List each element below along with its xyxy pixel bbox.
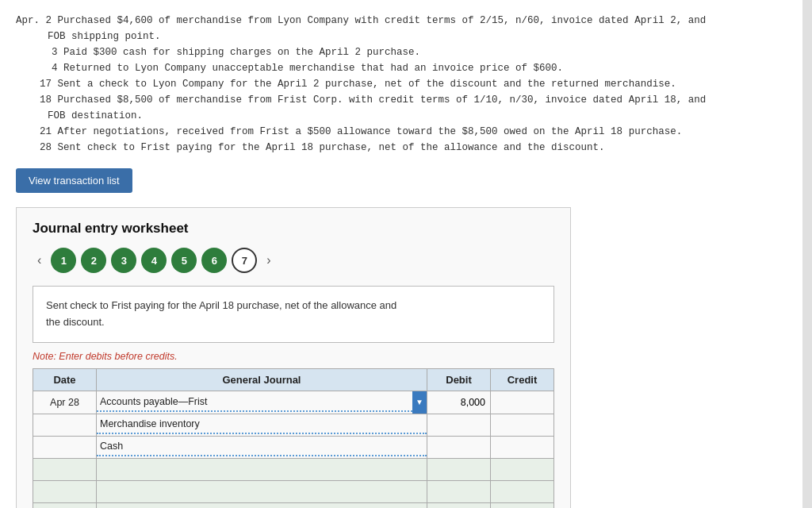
step-button-2[interactable]: 2 <box>81 248 106 273</box>
instruction-line-2: 3 Paid $300 cash for shipping charges on… <box>16 44 796 60</box>
instruction-line-4: 17 Sent a check to Lyon Company for the … <box>16 76 796 92</box>
date-cell-3 <box>33 436 97 458</box>
step-button-1[interactable]: 1 <box>51 248 76 273</box>
view-transaction-list-button[interactable]: View transaction list <box>16 168 132 193</box>
credit-cell-4[interactable] <box>491 458 554 480</box>
journal-cell-2[interactable]: Merchandise inventory <box>97 414 427 436</box>
debit-input-3[interactable] <box>427 437 490 458</box>
table-row: Cash <box>33 436 554 458</box>
debit-cell-4[interactable] <box>427 458 491 480</box>
instruction-line-5: 18 Purchased $8,500 of merchandise from … <box>16 92 796 108</box>
debit-credit-note: Note: Enter debits before credits. <box>33 351 554 362</box>
transaction-description: Sent check to Frist paying for the April… <box>33 286 554 343</box>
col-header-credit: Credit <box>491 368 554 391</box>
credit-input-6[interactable] <box>491 503 553 508</box>
credit-input-2[interactable] <box>491 414 553 436</box>
journal-table: Date General Journal Debit Credit Apr 28… <box>33 368 554 508</box>
credit-input-5[interactable] <box>491 481 553 502</box>
debit-input-6[interactable] <box>427 503 490 508</box>
table-row <box>33 480 554 502</box>
step-button-7[interactable]: 7 <box>232 248 257 273</box>
instruction-line-5b: FOB destination. <box>48 108 796 124</box>
journal-cell-6[interactable] <box>97 502 427 508</box>
journal-input-6[interactable] <box>97 503 427 508</box>
col-header-date: Date <box>33 368 97 391</box>
journal-entry-3: Cash <box>97 437 427 456</box>
table-row <box>33 458 554 480</box>
instruction-line-1b: FOB shipping point. <box>48 29 796 44</box>
worksheet-title: Journal entry worksheet <box>33 221 554 237</box>
credit-cell-2[interactable] <box>491 414 554 436</box>
credit-input-4[interactable] <box>491 459 553 480</box>
debit-input-5[interactable] <box>427 481 490 502</box>
step-button-6[interactable]: 6 <box>201 248 227 273</box>
date-cell-4 <box>33 458 97 480</box>
credit-cell-1[interactable] <box>491 391 554 414</box>
credit-cell-3[interactable] <box>491 436 554 458</box>
debit-input-4[interactable] <box>427 459 490 480</box>
instruction-line-6: 21 After negotiations, received from Fri… <box>16 124 796 140</box>
date-cell-1: Apr 28 <box>33 391 97 414</box>
credit-cell-5[interactable] <box>491 480 554 502</box>
table-row: Apr 28 Accounts payable—Frist ▼ <box>33 391 554 414</box>
journal-cell-3[interactable]: Cash <box>97 436 427 458</box>
debit-input-1[interactable] <box>427 391 490 414</box>
credit-input-1[interactable] <box>491 391 553 414</box>
step-button-3[interactable]: 3 <box>111 248 136 273</box>
step-navigation: ‹ 1 2 3 4 5 6 7 › <box>33 248 554 273</box>
prev-step-button[interactable]: ‹ <box>33 250 46 271</box>
instruction-line-1: Apr. 2 Purchased $4,600 of merchandise f… <box>16 13 796 29</box>
journal-dropdown-1[interactable]: ▼ <box>412 391 427 414</box>
date-cell-2 <box>33 414 97 436</box>
journal-input-5[interactable] <box>97 481 427 502</box>
credit-input-3[interactable] <box>491 437 553 458</box>
worksheet-container: Journal entry worksheet ‹ 1 2 3 4 5 6 7 … <box>16 207 571 508</box>
instruction-line-7: 28 Sent check to Frist paying for the Ap… <box>16 140 796 156</box>
debit-cell-2[interactable] <box>427 414 491 436</box>
journal-cell-1[interactable]: Accounts payable—Frist ▼ <box>97 391 427 414</box>
journal-cell-4[interactable] <box>97 458 427 480</box>
journal-input-4[interactable] <box>97 459 427 480</box>
journal-entry-1: Accounts payable—Frist <box>97 393 412 412</box>
debit-cell-1[interactable] <box>427 391 491 414</box>
journal-cell-5[interactable] <box>97 480 427 502</box>
step-button-4[interactable]: 4 <box>141 248 167 273</box>
col-header-journal: General Journal <box>97 368 427 391</box>
debit-input-2[interactable] <box>427 414 490 436</box>
date-cell-5 <box>33 480 97 502</box>
step-button-5[interactable]: 5 <box>171 248 197 273</box>
instructions-block: Apr. 2 Purchased $4,600 of merchandise f… <box>16 13 796 156</box>
table-row <box>33 502 554 508</box>
col-header-debit: Debit <box>427 368 491 391</box>
debit-cell-3[interactable] <box>427 436 491 458</box>
credit-cell-6[interactable] <box>491 502 554 508</box>
table-row: Merchandise inventory <box>33 414 554 436</box>
next-step-button[interactable]: › <box>262 250 275 271</box>
journal-entry-2: Merchandise inventory <box>97 415 427 434</box>
date-cell-6 <box>33 502 97 508</box>
debit-cell-5[interactable] <box>427 480 491 502</box>
instruction-line-3: 4 Returned to Lyon Company unacceptable … <box>16 60 796 76</box>
debit-cell-6[interactable] <box>427 502 491 508</box>
page-wrapper: Apr. 2 Purchased $4,600 of merchandise f… <box>0 0 812 508</box>
scrollbar[interactable] <box>802 0 812 508</box>
